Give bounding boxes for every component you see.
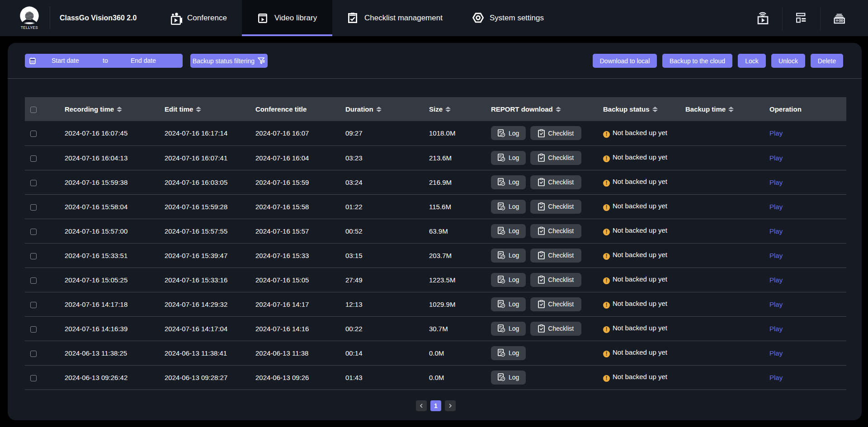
svg-text:TELLYES: TELLYES — [21, 26, 38, 30]
